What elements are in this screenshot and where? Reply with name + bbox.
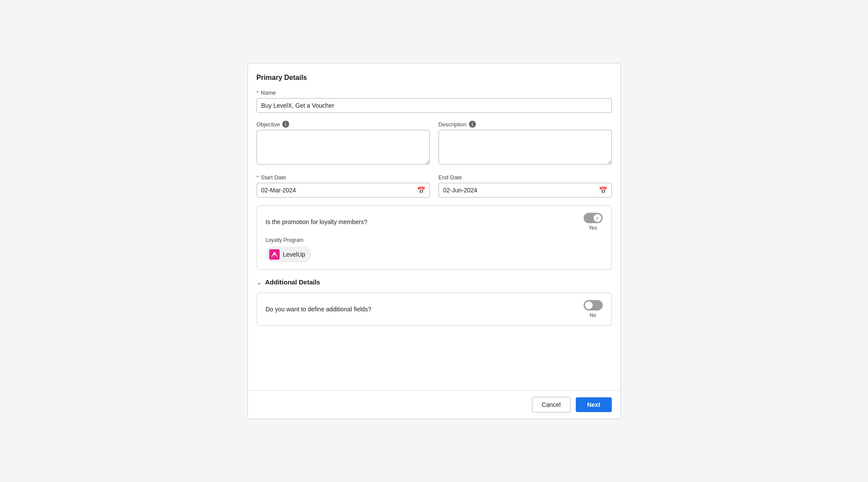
objective-label: Objective i [257,121,430,128]
end-date-wrapper: 📅 [439,183,612,198]
additional-details-title: Additional Details [265,278,320,286]
modal-container: Primary Details * Name Objective i Descr… [248,63,621,419]
date-row: * Start Date 📅 End Date 📅 [257,174,612,198]
additional-fields-toggle-knob [585,301,593,309]
start-date-label: * Start Date [257,174,430,181]
loyalty-toggle-wrapper: Yes [584,213,603,231]
end-date-label: End Date [439,174,612,181]
additional-fields-toggle-label: No [590,312,596,318]
next-button[interactable]: Next [576,397,611,412]
additional-fields-toggle-row: Do you want to define additional fields?… [266,300,603,318]
objective-input[interactable] [257,130,430,165]
loyalty-program-section: Loyalty Program LevelUp [266,237,603,262]
loyalty-members-card: Is the promotion for loyalty members? Ye… [257,205,612,270]
end-date-field-group: End Date 📅 [439,174,612,198]
name-field-group: * Name [257,89,612,113]
loyalty-toggle-row: Is the promotion for loyalty members? Ye… [266,213,603,231]
cancel-button[interactable]: Cancel [532,397,571,413]
objective-field-group: Objective i [257,121,430,166]
loyalty-toggle[interactable] [584,213,603,223]
loyalty-toggle-label: Yes [589,225,597,231]
objective-description-row: Objective i Description i [257,121,612,166]
loyalty-toggle-knob [594,214,601,222]
chevron-down-icon: ⌄ [257,279,262,286]
end-date-calendar-icon[interactable]: 📅 [599,186,607,195]
loyalty-question: Is the promotion for loyalty members? [266,218,367,225]
additional-fields-toggle-wrapper: No [584,300,603,318]
start-date-field-group: * Start Date 📅 [257,174,430,198]
additional-fields-card: Do you want to define additional fields?… [257,293,612,326]
description-label: Description i [439,121,612,128]
primary-details-title: Primary Details [257,74,612,82]
start-date-input[interactable] [257,183,430,198]
description-field-group: Description i [439,121,612,166]
start-date-required-star: * [257,174,259,181]
description-input[interactable] [439,130,612,165]
end-date-input[interactable] [439,183,612,198]
additional-details-header[interactable]: ⌄ Additional Details [257,278,612,286]
loyalty-chip: LevelUp [266,247,311,262]
modal-body: Primary Details * Name Objective i Descr… [248,63,620,390]
loyalty-chip-text: LevelUp [283,251,305,258]
objective-info-icon[interactable]: i [282,121,289,128]
loyalty-chip-icon [269,249,280,260]
loyalty-toggle-slider [584,213,603,223]
name-label: * Name [257,89,612,96]
description-info-icon[interactable]: i [469,121,476,128]
additional-fields-toggle[interactable] [584,300,603,310]
loyalty-program-label: Loyalty Program [266,237,603,243]
name-input[interactable] [257,98,612,113]
modal-footer: Cancel Next [248,390,620,419]
additional-fields-question: Do you want to define additional fields? [266,306,372,313]
additional-fields-toggle-slider [584,300,603,310]
start-date-calendar-icon[interactable]: 📅 [417,186,426,195]
name-required-star: * [257,89,259,96]
start-date-wrapper: 📅 [257,183,430,198]
